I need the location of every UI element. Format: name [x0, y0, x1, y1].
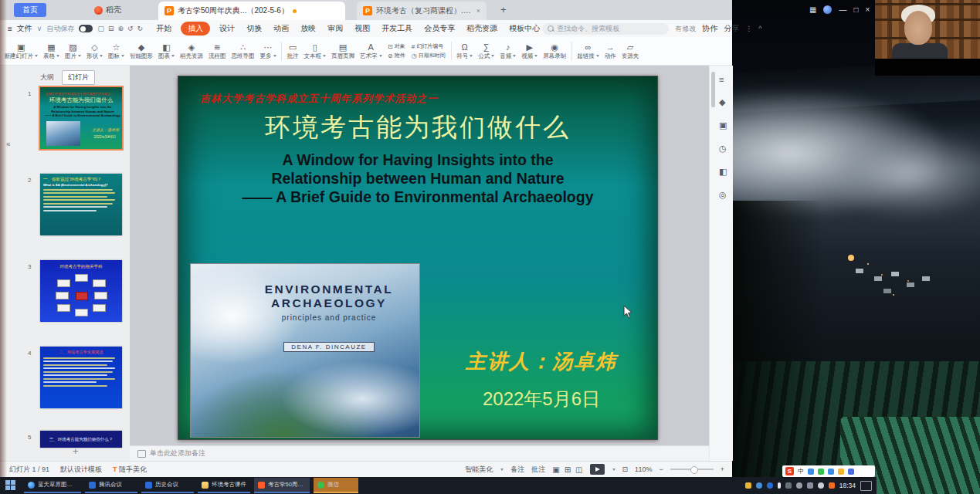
play-slideshow-button[interactable]: [590, 464, 605, 475]
textbox-button[interactable]: ▯文本框: [301, 38, 329, 64]
vertical-scrollbar[interactable]: [711, 72, 715, 107]
avatar[interactable]: [823, 5, 832, 14]
smart-beautify-button[interactable]: 智能美化: [465, 465, 493, 475]
shapes-button[interactable]: ◇形状: [84, 38, 106, 64]
close-button[interactable]: ×: [866, 5, 870, 14]
more-button[interactable]: ⋯更多: [257, 38, 279, 64]
tab-document-1[interactable]: P 考古学50周年庆典...（202-5-6）: [158, 2, 345, 20]
audio-button[interactable]: ♪音频: [497, 38, 519, 64]
home-button[interactable]: 首页: [14, 3, 46, 17]
notification-center-icon[interactable]: [860, 481, 872, 491]
help-icon[interactable]: ◎: [719, 190, 727, 200]
history-icon[interactable]: ◷: [719, 144, 727, 154]
menu-transitions[interactable]: 切换: [244, 22, 264, 36]
input-tool-icon[interactable]: [808, 469, 814, 475]
input-tool-icon[interactable]: [838, 469, 844, 475]
object-panel-icon[interactable]: ▣: [719, 120, 727, 130]
layout-grid-icon[interactable]: ▦: [809, 5, 816, 14]
zoom-slider-handle[interactable]: [690, 466, 698, 474]
notes-bar[interactable]: 单击此处添加备注: [130, 445, 709, 461]
date-time-button[interactable]: ◷日期和时间: [412, 52, 446, 59]
picture-button[interactable]: ▨图片: [63, 38, 84, 64]
comments-toggle[interactable]: 批注: [531, 465, 545, 475]
more-menu-icon[interactable]: ⋮: [745, 25, 752, 32]
chart-button[interactable]: ◧图表: [156, 38, 178, 64]
zoom-level[interactable]: 110%: [635, 465, 652, 473]
mindmap-button[interactable]: ∴思维导图: [229, 38, 257, 64]
tray-link-icon[interactable]: [807, 482, 813, 489]
tray-sogou-icon[interactable]: [829, 482, 835, 489]
taskbar-item-wps[interactable]: 考古学50周年庆典'多...: [254, 478, 310, 493]
tray-mic-icon[interactable]: [778, 482, 781, 489]
taskbar-item-browser[interactable]: 蓝天草原图片_360搜...: [24, 478, 81, 493]
collapse-panel-icon[interactable]: «: [6, 140, 11, 148]
new-slide-button[interactable]: ▣新建幻灯片: [2, 38, 41, 64]
tray-app-icon[interactable]: [756, 482, 762, 489]
menu-template-center[interactable]: 模板中心: [507, 22, 542, 36]
slide-thumbnail-4[interactable]: 二、环境考古学发展简况: [40, 347, 122, 408]
slide-sorter-icon[interactable]: ⊞: [565, 465, 571, 474]
action-button[interactable]: →动作: [602, 38, 619, 64]
menu-design[interactable]: 设计: [217, 22, 237, 36]
tray-volume-icon[interactable]: [796, 482, 802, 489]
search-input[interactable]: 查找命令、搜索模板: [542, 23, 669, 35]
hyperlink-button[interactable]: ∞超链接: [575, 38, 602, 64]
properties-icon[interactable]: ≡: [719, 75, 727, 84]
preview-icon[interactable]: ⊕: [118, 25, 124, 32]
table-button[interactable]: ▦表格: [41, 38, 63, 64]
taskbar-item-wechat[interactable]: 微信: [314, 478, 358, 493]
chart-panel-icon[interactable]: ◧: [719, 167, 727, 177]
taskbar-item-meeting[interactable]: 腾讯会议: [85, 478, 137, 493]
input-method-bar[interactable]: S 中: [782, 465, 875, 477]
clock[interactable]: 18:34: [839, 482, 856, 489]
icons-button[interactable]: ☆图标: [106, 38, 127, 64]
flowchart-button[interactable]: ≋流程图: [206, 38, 229, 64]
collapse-ribbon-icon[interactable]: ^: [758, 25, 761, 32]
start-button[interactable]: [5, 480, 16, 491]
fit-window-icon[interactable]: ⊡: [622, 465, 629, 473]
tray-location-icon[interactable]: [818, 482, 824, 489]
attachment-button[interactable]: ⊘附件: [388, 52, 405, 59]
slides-tab[interactable]: 幻灯片: [62, 70, 95, 85]
menu-home[interactable]: 开始: [154, 22, 174, 36]
template-name[interactable]: 默认设计模板: [60, 465, 102, 475]
undo-icon[interactable]: ↺: [127, 25, 134, 32]
save-icon[interactable]: ▢: [97, 25, 104, 32]
resource-folder-button[interactable]: ▱资源夹: [619, 38, 642, 64]
notes-toggle[interactable]: 备注: [510, 465, 524, 475]
zoom-slider[interactable]: [670, 469, 714, 470]
tray-app-icon[interactable]: [767, 482, 773, 489]
close-tab-icon[interactable]: ×: [476, 7, 480, 15]
symbol-button[interactable]: Ω符号: [454, 38, 476, 64]
docer-tab[interactable]: 稻壳: [94, 3, 121, 17]
beautify-icon[interactable]: ◆: [719, 97, 727, 107]
object-button[interactable]: ⊡对象: [388, 42, 405, 50]
menu-review[interactable]: 审阅: [325, 22, 345, 36]
zoom-in-button[interactable]: +: [721, 465, 724, 473]
new-tab-button[interactable]: +: [500, 4, 507, 15]
hamburger-icon[interactable]: ≡: [8, 25, 12, 33]
tray-shield-icon[interactable]: [745, 482, 751, 489]
slide-thumbnail-3[interactable]: 环境考古学的相关学科: [40, 260, 122, 322]
minimize-button[interactable]: —: [839, 5, 846, 14]
menu-docer-resources[interactable]: 稻壳资源: [464, 22, 500, 36]
slide-thumbnail-5[interactable]: 三、环境考古能为我们做些什么？: [40, 431, 122, 448]
input-tool-icon[interactable]: [818, 469, 824, 475]
redo-icon[interactable]: ↻: [137, 25, 144, 32]
outline-tab[interactable]: 大纲: [40, 73, 54, 83]
input-grid-icon[interactable]: [848, 469, 854, 475]
input-mode-chinese[interactable]: 中: [798, 467, 804, 475]
docer-resources-button[interactable]: ◈稻壳资源: [178, 38, 206, 64]
quick-beautify-button[interactable]: T 随手美化: [113, 465, 147, 475]
autosave-toggle[interactable]: [79, 25, 93, 32]
slide-thumbnail-1[interactable]: 吉林大学考古学科成立五十周年系列学术活动之一 环境考古能为我们做什么 A Win…: [40, 87, 122, 149]
add-slide-button[interactable]: +: [73, 445, 79, 457]
slide-1[interactable]: 吉林大学考古学科成立五十周年系列学术活动之一 环境考古能为我们做什么 A Win…: [178, 76, 658, 440]
menu-insert[interactable]: 插入: [181, 22, 210, 36]
slide-thumbnail-2[interactable]: 一、你听说过“环境考古学”吗？ What is EA (Environmenta…: [40, 174, 122, 235]
menu-view[interactable]: 视图: [352, 22, 372, 36]
share-button[interactable]: 分享: [724, 23, 739, 34]
menu-member[interactable]: 会员专享: [422, 22, 457, 36]
print-icon[interactable]: ⊟: [108, 25, 114, 32]
tab-document-2[interactable]: P 环境考古（复习两课程）.ppt ×: [357, 2, 487, 20]
